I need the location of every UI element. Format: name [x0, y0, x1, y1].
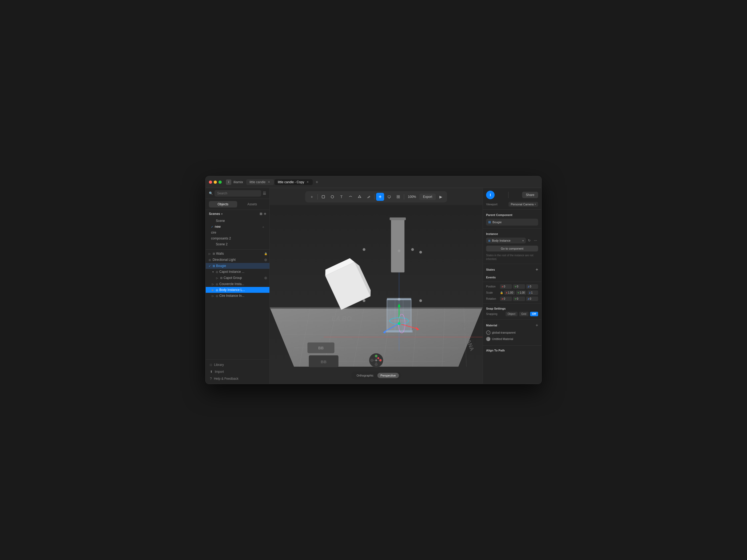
scene-item-new[interactable]: ✓ new ⌂ — [206, 224, 269, 230]
bougie-component[interactable]: ⊞ Bougie — [486, 219, 538, 225]
play-button[interactable]: ▶ — [437, 193, 444, 201]
material-header: Material :: + — [486, 323, 538, 328]
app-name: iliamix — [233, 180, 243, 184]
maximize-button[interactable] — [218, 181, 222, 184]
scenes-grid-icon[interactable]: ⊞ — [260, 212, 262, 216]
scale-lock-icon[interactable]: 🔒 — [500, 291, 503, 294]
rotation-y-field[interactable]: Y 0 — [513, 296, 525, 301]
scene-item-composants[interactable]: composants 2 — [206, 236, 269, 241]
pen-tool-button[interactable] — [365, 193, 373, 201]
tree-item-walls[interactable]: ▷ ⊞ Walls 🔒 — [206, 251, 269, 257]
tab-close-2[interactable]: ✕ — [306, 180, 309, 184]
svg-point-56 — [398, 322, 401, 325]
viewport: + T — [270, 188, 483, 384]
svg-point-71 — [379, 359, 382, 361]
toolbar-separator-2 — [374, 194, 375, 199]
tab-objects[interactable]: Objects — [209, 201, 237, 208]
position-x-field[interactable]: X 0 — [500, 284, 512, 289]
scale-x-field[interactable]: X 1.00 — [504, 290, 515, 295]
instance-more-icon[interactable]: ⋯ — [533, 238, 538, 243]
add-tool-button[interactable]: + — [308, 193, 316, 201]
tree-item-capot-group[interactable]: ▷ ⊞ Capot Group ⊕ — [206, 275, 269, 281]
search-input[interactable] — [214, 190, 261, 196]
material-add-icon[interactable]: + — [536, 323, 538, 328]
toolbar-separator-3 — [404, 194, 404, 199]
material-item-transparent[interactable]: global-transparent — [486, 329, 538, 336]
instance-selector[interactable]: ⊞ Body Instance ▾ — [486, 238, 526, 243]
orthographic-button[interactable]: Orthographic — [353, 373, 377, 378]
select-tool-button[interactable] — [319, 193, 327, 201]
snap-row: Snapping Object Grid Off — [486, 312, 538, 316]
svg-rect-31 — [390, 217, 406, 220]
rotation-x-field[interactable]: X 0 — [500, 296, 512, 301]
position-y-field[interactable]: Y 0 — [513, 284, 525, 289]
couvercle-icon: ◎ — [216, 283, 218, 286]
toolbar-separator-1 — [317, 194, 318, 199]
capot-group-add-icon[interactable]: ⊕ — [264, 276, 267, 280]
svg-point-65 — [375, 363, 378, 366]
arc-tool-button[interactable] — [346, 193, 355, 201]
export-button[interactable]: Export — [419, 194, 436, 200]
svg-rect-23 — [270, 205, 483, 309]
light-icon: ◎ — [208, 259, 211, 261]
instance-chevron-icon: ▾ — [522, 239, 524, 242]
scenes-add-icon[interactable]: + — [264, 211, 266, 216]
tab-assets[interactable]: Assets — [238, 201, 266, 208]
scale-y-field[interactable]: Y 1.00 — [516, 290, 526, 295]
menu-icon[interactable]: ☰ — [263, 191, 266, 195]
help-link[interactable]: ? Help & Feedback — [209, 376, 266, 381]
perspective-button[interactable]: Perspective — [377, 373, 399, 378]
close-button[interactable] — [209, 181, 212, 184]
comment-tool-button[interactable] — [385, 193, 393, 201]
light-add-icon[interactable]: ⊕ — [264, 258, 267, 262]
share-button[interactable]: Share — [522, 192, 538, 198]
snap-off-toggle[interactable]: Off — [530, 312, 538, 316]
grid-snap-button[interactable]: Grid — [519, 312, 529, 316]
states-add-icon[interactable]: + — [536, 267, 538, 272]
snap-settings-title: Snap Settings — [486, 307, 538, 310]
rotation-z-field[interactable]: Z 0 — [526, 296, 538, 301]
tab-little-candle-copy[interactable]: little candle - Copy ✕ — [275, 179, 313, 185]
object-snap-button[interactable]: Object — [506, 312, 518, 316]
library-link[interactable]: □ Library — [209, 362, 266, 368]
circle-tool-button[interactable] — [328, 193, 336, 201]
svg-rect-46 — [387, 298, 411, 300]
nav-gizmo[interactable] — [369, 353, 384, 368]
scene-item-cire[interactable]: cire — [206, 230, 269, 236]
viewport-row: Viewport Personal Camera ▾ — [483, 201, 541, 208]
text-tool-button[interactable]: T — [337, 193, 345, 201]
scene-check-icon: ✓ — [211, 225, 213, 228]
material-item-untitled[interactable]: Untitled Material — [486, 336, 538, 342]
capot-expand-icon: ▾ — [211, 270, 215, 273]
scene-item-scene2[interactable]: Scene 2 — [206, 241, 269, 247]
tree-item-body-instance[interactable]: ▶ ◎ Body Instance L... — [206, 287, 269, 293]
svg-point-35 — [363, 299, 365, 302]
import-link[interactable]: ⬆ Import — [209, 369, 266, 375]
tree-item-capot-instance[interactable]: ▾ ◎ Capot Instance ... — [206, 269, 269, 275]
instance-refresh-icon[interactable]: ↻ — [527, 238, 532, 243]
scale-z-field[interactable]: Z 1 — [527, 290, 538, 295]
shape-tool-button[interactable] — [356, 193, 364, 201]
svg-point-34 — [419, 251, 422, 254]
separator-7 — [483, 345, 541, 346]
camera-selector[interactable]: Personal Camera ▾ — [509, 202, 538, 207]
svg-point-1 — [331, 195, 334, 198]
tree-item-cire-instance[interactable]: ▷ ◎ Cire Instance In... — [206, 293, 269, 299]
tree-item-bougie[interactable]: ✓ ⊞ Bougie — [206, 263, 269, 269]
tab-add-button[interactable]: + — [313, 179, 321, 186]
capot-group-expand-icon: ▷ — [215, 276, 219, 279]
separator-2 — [483, 228, 541, 229]
tab-little-candle[interactable]: little candle ✕ — [246, 179, 274, 185]
grid-tool-button[interactable] — [394, 193, 402, 201]
move-tool-button[interactable] — [376, 193, 384, 201]
minimize-button[interactable] — [214, 181, 217, 184]
body-expand-icon: ▶ — [211, 289, 215, 291]
tree-item-directional-light[interactable]: ◎ Directional Light ⊕ — [206, 257, 269, 263]
scene-item-scene[interactable]: Scene — [206, 218, 269, 224]
position-z-field[interactable]: Z 0 — [526, 284, 538, 289]
go-to-component-button[interactable]: Go to component — [486, 246, 538, 251]
scenes-header: Scenes ▾ ⊞ + — [206, 210, 269, 218]
tree-item-couvercle[interactable]: ▷ ◎ Couvercle Insta... — [206, 281, 269, 287]
separator-5 — [483, 303, 541, 304]
tab-close-1[interactable]: ✕ — [267, 180, 271, 184]
